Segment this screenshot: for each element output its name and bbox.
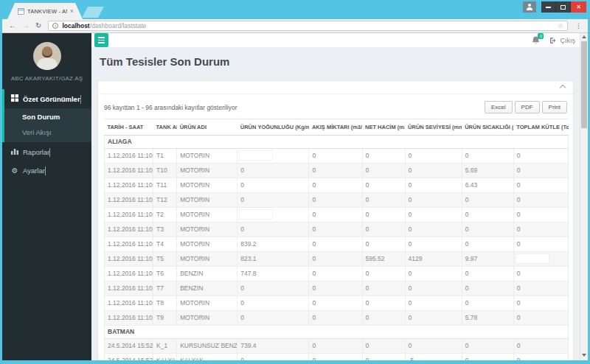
table-cell: 0: [405, 237, 462, 252]
table-cell: MOTORIN: [177, 193, 237, 208]
table-cell: 0: [309, 164, 362, 178]
column-header[interactable]: ÜRÜN SEVİYESİ (mm): [405, 119, 462, 136]
table-info-text: 96 kayıttan 1 - 96 arasındaki kayıtlar g…: [104, 104, 237, 111]
address-bar[interactable]: i localhost/dashboard/laststate ☆: [48, 21, 568, 31]
forward-icon[interactable]: →: [22, 22, 30, 29]
table-cell: 0: [513, 193, 568, 208]
new-tab-button[interactable]: [82, 7, 104, 18]
table-cell: 1.12.2016 11:10: [105, 193, 153, 208]
table-cell: 0: [513, 164, 568, 178]
table-cell: 0: [513, 281, 568, 296]
close-button[interactable]: ✕: [571, 1, 586, 13]
table-cell: 4129: [405, 252, 462, 267]
table-row: 1.12.2016 11:10T12MOTORIN000000: [105, 193, 569, 208]
table-cell: 0: [362, 178, 405, 193]
maximize-button[interactable]: [556, 1, 571, 13]
table-cell: [237, 149, 309, 164]
table-cell: 0: [237, 281, 309, 296]
table-cell: 5.69: [462, 164, 513, 178]
table-cell: 0: [362, 267, 405, 281]
pdf-export-button[interactable]: PDF: [515, 101, 540, 113]
print-export-button[interactable]: Print: [542, 101, 567, 113]
browser-toolbar: ← → ↻ i localhost/dashboard/laststate ☆ …: [2, 19, 588, 33]
table-cell: 0: [309, 339, 362, 354]
table-cell: 0: [362, 208, 405, 223]
hamburger-menu-button[interactable]: [94, 33, 108, 47]
column-header[interactable]: ÜRÜN YOĞUNLUĞU (Kg/m3): [237, 119, 309, 136]
refresh-icon[interactable]: ↻: [35, 22, 41, 29]
column-header[interactable]: TARİH - SAAT: [105, 119, 153, 136]
sidebar-section-raporlar: Raporlar: [2, 142, 91, 161]
table-cell: T5: [153, 252, 177, 267]
table-row: 1.12.2016 11:10T5MOTORIN823.10595.524129…: [105, 252, 569, 267]
table-cell: 0: [309, 281, 362, 296]
table-cell: 0: [462, 237, 513, 252]
export-buttons: ExcelPDFPrint: [485, 101, 567, 113]
sidebar-item-ozet-gorunumler[interactable]: Özet Görünümler: [4, 89, 91, 108]
table-cell: 0: [362, 149, 405, 164]
minimize-button[interactable]: [541, 1, 556, 13]
notifications-button[interactable]: 0: [531, 35, 541, 46]
table-cell: 24.5.2014 15:52: [105, 354, 153, 361]
tab-close-icon[interactable]: ×: [70, 8, 74, 15]
table-cell: 0: [362, 311, 405, 326]
group-row: BATMAN: [105, 326, 569, 339]
collapse-chevron-up-icon[interactable]: [560, 85, 566, 91]
sidebar-item-ayarlar[interactable]: ⚙Ayarlar: [4, 161, 91, 180]
table-cell: -5: [405, 354, 462, 361]
bookmark-star-icon[interactable]: ☆: [558, 22, 563, 29]
back-icon[interactable]: ←: [9, 22, 16, 29]
logout-button[interactable]: Çıkış: [549, 37, 575, 44]
table-cell: 0: [462, 208, 513, 223]
table-cell: 24.5.2014 15:52: [105, 339, 153, 354]
page-info-icon[interactable]: i: [52, 23, 58, 29]
tab-title: TANKVIEW - ANASAYFA: [27, 8, 67, 15]
sidebar-section-ozet-gorunumler: Özet GörünümlerSon DurumVeri Akışı: [2, 89, 91, 142]
table-cell: T1: [153, 149, 177, 164]
table-cell: KALYAK: [177, 354, 237, 361]
table-cell: KALYAK: [153, 354, 177, 361]
column-header[interactable]: ÜRÜN SICAKLIĞI (C): [462, 119, 513, 136]
column-header[interactable]: ÜRÜN ADI: [177, 119, 237, 136]
profile-button[interactable]: [523, 1, 536, 13]
scroll-up-icon[interactable]: [580, 33, 588, 41]
scroll-down-icon[interactable]: [580, 351, 588, 359]
browser-menu-icon[interactable]: ⋮: [575, 22, 582, 29]
column-header[interactable]: TANK ADI: [153, 119, 177, 136]
sidebar-item-son-durum[interactable]: Son Durum: [4, 109, 91, 125]
excel-export-button[interactable]: Excel: [485, 101, 513, 113]
table-cell: 0: [513, 149, 568, 164]
logout-label: Çıkış: [560, 37, 575, 44]
table-cell: 0: [405, 208, 462, 223]
table-cell: 0: [237, 223, 309, 237]
table-cell: 0: [362, 237, 405, 252]
scrollbar-thumb[interactable]: [581, 41, 587, 128]
table-cell: 0: [405, 296, 462, 311]
table-row: 1.12.2016 11:10T9MOTORIN00005.780: [105, 311, 569, 326]
gears-icon: ⚙: [10, 167, 19, 175]
column-header[interactable]: NET HACİM (m3): [362, 119, 405, 136]
browser-tab[interactable]: TANKVIEW - ANASAYFA ×: [7, 3, 83, 19]
table-cell: MOTORIN: [177, 252, 237, 267]
table-cell: 0: [462, 296, 513, 311]
sidebar-item-label: Raporlar: [23, 148, 49, 156]
table-cell: 0: [405, 178, 462, 193]
table-cell: T6: [153, 267, 177, 281]
sidebar-item-raporlar[interactable]: Raporlar: [4, 142, 91, 161]
table-cell: 739.4: [237, 339, 309, 354]
table-cell: T10: [153, 164, 177, 178]
table-cell: MOTORIN: [177, 208, 237, 223]
table-row: 1.12.2016 11:10T11MOTORIN00006.430: [105, 178, 569, 193]
table-cell: 0: [405, 193, 462, 208]
titlebar: TANKVIEW - ANASAYFA × ✕: [2, 0, 588, 19]
vertical-scrollbar[interactable]: [580, 33, 588, 360]
table-cell: 0: [462, 223, 513, 237]
sidebar-section-ayarlar: ⚙Ayarlar: [2, 161, 91, 180]
table-cell: T12: [153, 193, 177, 208]
table-cell: 0: [237, 354, 309, 361]
table-cell: 0: [405, 267, 462, 281]
column-header[interactable]: AKIŞ MİKTARI (m3/h): [309, 119, 362, 136]
sidebar-item-veri-akisi[interactable]: Veri Akışı: [4, 125, 91, 140]
sidebar-item-label: Özet Görünümler: [23, 95, 80, 103]
column-header[interactable]: TOPLAM KÜTLE (Ton): [513, 119, 568, 136]
